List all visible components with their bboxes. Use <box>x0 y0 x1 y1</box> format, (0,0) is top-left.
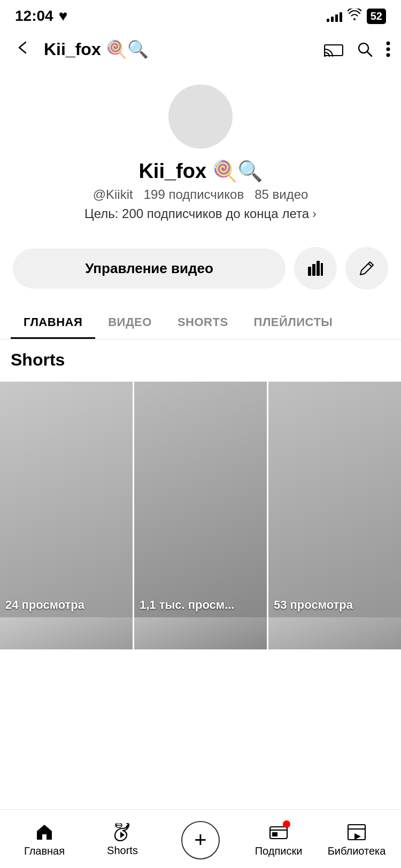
subscriptions-icon <box>269 823 288 842</box>
video-thumb-partial-3[interactable] <box>268 617 401 649</box>
time-label: 12:04 <box>15 7 53 25</box>
video-grid-partial <box>0 617 401 649</box>
nav-subscriptions-label: Подписки <box>255 845 303 857</box>
status-bar: 12:04 ♥ 52 <box>0 0 401 30</box>
subscriber-count: 199 подписчиков <box>144 187 244 201</box>
channel-handle: @Kiikit <box>93 187 133 201</box>
tab-shorts[interactable]: SHORTS <box>165 305 241 339</box>
home-icon <box>35 823 54 842</box>
nav-library[interactable]: Библиотека <box>318 823 396 857</box>
channel-title: Kii_fox 🍭🔍 <box>44 39 315 59</box>
video-grid: 24 просмотра 1,1 тыс. просм... 53 просмо… <box>0 382 401 617</box>
library-icon <box>347 823 366 842</box>
tab-playlists[interactable]: ПЛЕЙЛИСТЫ <box>241 305 346 339</box>
video-thumb-3[interactable]: 53 просмотра <box>268 382 401 617</box>
more-options-button[interactable] <box>386 41 390 57</box>
channel-info: Kii_fox 🍭🔍 @Kiikit 199 подписчиков 85 ви… <box>0 68 401 247</box>
nav-shorts-label: Shorts <box>107 844 138 857</box>
svg-point-3 <box>387 42 390 45</box>
svg-rect-9 <box>321 263 323 276</box>
svg-rect-6 <box>308 267 311 276</box>
status-time: 12:04 ♥ <box>15 7 67 25</box>
search-button[interactable] <box>356 41 373 58</box>
shorts-section-title: Shorts <box>11 350 390 370</box>
nav-subscriptions[interactable]: Подписки <box>240 823 318 857</box>
nav-icons <box>324 41 390 58</box>
shorts-section: Shorts <box>0 339 401 382</box>
svg-rect-12 <box>272 832 277 836</box>
video-thumb-1[interactable]: 24 просмотра <box>0 382 133 617</box>
channel-tabs: ГЛАВНАЯ ВИДЕО SHORTS ПЛЕЙЛИСТЫ <box>0 305 401 339</box>
view-count-1: 24 просмотра <box>5 598 84 612</box>
nav-shorts[interactable]: Shorts <box>83 823 161 857</box>
goal-text: Цель: 200 подписчиков до конца лета <box>84 206 309 221</box>
edit-button[interactable] <box>345 247 388 290</box>
manage-video-button[interactable]: Управление видео <box>13 249 286 289</box>
tab-video[interactable]: ВИДЕО <box>95 305 165 339</box>
nav-home[interactable]: Главная <box>5 823 83 857</box>
bottom-nav: Главная Shorts + По <box>0 809 401 868</box>
video-thumb-2[interactable]: 1,1 тыс. просм... <box>134 382 267 617</box>
svg-rect-0 <box>325 45 343 56</box>
wifi-icon <box>348 9 361 24</box>
channel-meta: @Kiikit 199 подписчиков 85 видео <box>93 187 309 202</box>
status-right: 52 <box>327 9 386 24</box>
heart-icon: ♥ <box>59 7 68 25</box>
back-button[interactable] <box>11 35 35 64</box>
goal-chevron-icon: › <box>312 206 317 221</box>
video-thumb-partial-2[interactable] <box>134 617 267 649</box>
view-count-2: 1,1 тыс. просм... <box>140 598 234 612</box>
add-button[interactable]: + <box>181 821 220 859</box>
svg-point-5 <box>387 53 390 57</box>
tab-main[interactable]: ГЛАВНАЯ <box>11 305 95 339</box>
channel-goal[interactable]: Цель: 200 подписчиков до конца лета › <box>84 206 317 221</box>
cast-button[interactable] <box>324 42 343 57</box>
subscriptions-badge <box>283 820 290 828</box>
video-thumb-partial-1[interactable] <box>0 617 133 649</box>
channel-name: Kii_fox 🍭🔍 <box>138 159 262 183</box>
svg-point-4 <box>387 48 390 51</box>
video-count: 85 видео <box>255 187 308 201</box>
analytics-button[interactable] <box>294 247 337 290</box>
nav-home-label: Главная <box>24 845 65 857</box>
signal-icon <box>327 10 342 22</box>
battery-indicator: 52 <box>367 9 386 24</box>
svg-rect-7 <box>312 264 315 276</box>
shorts-icon <box>113 823 132 841</box>
nav-add[interactable]: + <box>161 821 240 859</box>
svg-rect-8 <box>317 261 320 276</box>
action-row: Управление видео <box>0 247 401 290</box>
top-nav: Kii_fox 🍭🔍 <box>0 30 401 68</box>
view-count-3: 53 просмотра <box>274 598 353 612</box>
nav-library-label: Библиотека <box>328 845 386 857</box>
avatar <box>168 84 233 149</box>
